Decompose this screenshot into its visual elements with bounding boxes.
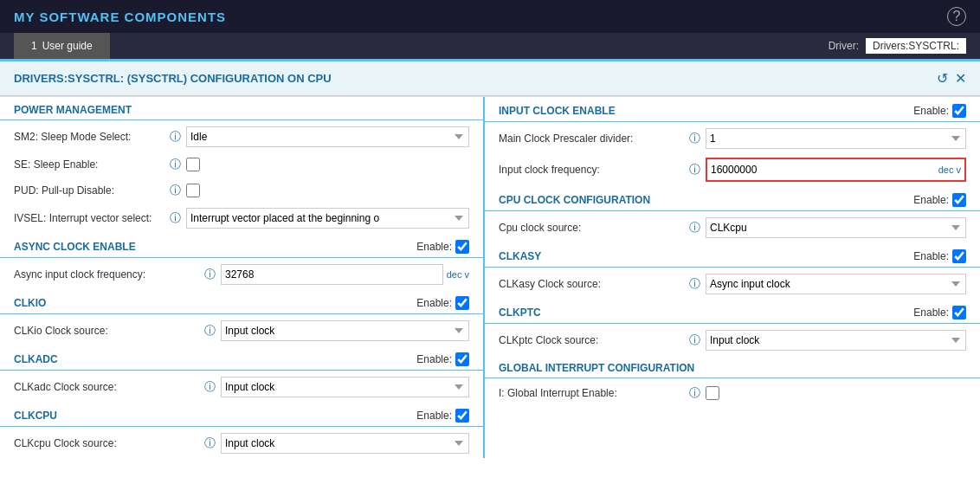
- section-clkadc: CLKADC Enable:: [0, 345, 483, 371]
- help-pud[interactable]: ⓘ: [170, 183, 181, 198]
- label-clkasy-source: CLKasy Clock source:: [499, 278, 689, 290]
- select-clkadc-source[interactable]: Input clock: [221, 377, 469, 397]
- row-cpu-clock-source: Cpu clock source: ⓘ CLKcpu: [485, 213, 980, 242]
- row-clkptc-source: CLKptc Clock source: ⓘ Input clock: [485, 326, 980, 355]
- enable-cpu-clock: Enable:: [913, 193, 966, 207]
- checkbox-clkadc-enable[interactable]: [455, 352, 469, 366]
- tab-bar: 1 User guide Driver: Drivers:SYSCTRL:: [0, 33, 980, 61]
- checkbox-input-clock-enable[interactable]: [952, 104, 966, 118]
- main-content: POWER MANAGEMENT SM2: Sleep Mode Select:…: [0, 96, 980, 458]
- row-clkadc-source: CLKadc Clock source: ⓘ Input clock: [0, 372, 483, 402]
- help-cpu-clock-source[interactable]: ⓘ: [689, 220, 700, 236]
- left-column: POWER MANAGEMENT SM2: Sleep Mode Select:…: [0, 97, 485, 458]
- label-global-interrupt: I: Global Interrupt Enable:: [499, 387, 689, 399]
- help-global-interrupt[interactable]: ⓘ: [689, 385, 700, 401]
- label-async-freq: Async input clock frequency:: [14, 268, 204, 281]
- section-clkio: CLKIO Enable:: [0, 289, 483, 314]
- refresh-button[interactable]: ↺: [937, 70, 948, 87]
- label-input-clock-freq: Input clock frequency:: [499, 164, 689, 176]
- page-title: DRIVERS:SYSCTRL: (SYSCTRL) CONFIGURATION…: [14, 72, 332, 85]
- checkbox-global-interrupt[interactable]: [706, 386, 719, 400]
- unit-async-freq: dec v: [447, 269, 469, 280]
- select-sm2[interactable]: Idle: [186, 126, 469, 147]
- input-async-freq[interactable]: [221, 264, 443, 285]
- select-main-prescaler[interactable]: 1: [706, 128, 966, 149]
- help-main-prescaler[interactable]: ⓘ: [689, 131, 700, 146]
- select-ivsel[interactable]: Interrupt vector placed at the beginning…: [186, 208, 469, 229]
- async-freq-input-group: dec v: [221, 264, 469, 285]
- right-column: INPUT CLOCK ENABLE Enable: Main Clock Pr…: [485, 97, 980, 458]
- help-input-clock-freq[interactable]: ⓘ: [689, 162, 700, 178]
- help-clkadc-source[interactable]: ⓘ: [204, 379, 216, 395]
- help-ivsel[interactable]: ⓘ: [170, 210, 181, 226]
- app-title: MY SOFTWARE COMPONENTS: [14, 10, 226, 24]
- help-clkio-source[interactable]: ⓘ: [204, 323, 216, 339]
- row-pud: PUD: Pull-up Disable: ⓘ: [0, 178, 483, 203]
- unit-input-clock-freq: dec v: [938, 165, 964, 175]
- select-clkasy-source[interactable]: Async input clock: [706, 274, 966, 294]
- enable-async-clock: Enable:: [416, 240, 469, 254]
- driver-value: Drivers:SYSCTRL:: [866, 38, 966, 54]
- help-async-freq[interactable]: ⓘ: [204, 267, 216, 282]
- row-async-freq: Async input clock frequency: ⓘ dec v: [0, 260, 483, 289]
- checkbox-pud[interactable]: [186, 184, 200, 197]
- label-sm2: SM2: Sleep Mode Select:: [14, 131, 170, 143]
- row-global-interrupt: I: Global Interrupt Enable: ⓘ: [485, 380, 980, 406]
- row-ivsel: IVSEL: Interrupt vector select: ⓘ Interr…: [0, 203, 483, 233]
- input-clock-freq-wrapper: dec v: [706, 158, 966, 182]
- section-power-management: POWER MANAGEMENT: [0, 97, 483, 120]
- help-clkasy-source[interactable]: ⓘ: [689, 276, 700, 292]
- checkbox-cpu-clock-enable[interactable]: [952, 193, 966, 207]
- select-clkcpu-source[interactable]: Input clock: [221, 433, 469, 454]
- page-header: DRIVERS:SYSCTRL: (SYSCTRL) CONFIGURATION…: [0, 61, 980, 96]
- help-clkptc-source[interactable]: ⓘ: [689, 332, 700, 348]
- enable-clkadc: Enable:: [416, 352, 469, 366]
- row-main-prescaler: Main Clock Prescaler divider: ⓘ 1: [485, 124, 980, 153]
- help-button[interactable]: ?: [947, 7, 966, 26]
- help-se[interactable]: ⓘ: [170, 157, 181, 172]
- label-ivsel: IVSEL: Interrupt vector select:: [14, 212, 170, 224]
- help-clkcpu-source[interactable]: ⓘ: [204, 436, 216, 451]
- checkbox-clkcpu-enable[interactable]: [455, 409, 469, 423]
- enable-clkasy: Enable:: [913, 249, 966, 263]
- top-bar: MY SOFTWARE COMPONENTS ?: [0, 0, 980, 33]
- row-clkcpu-source: CLKcpu Clock source: ⓘ Input clock: [0, 429, 483, 458]
- row-clkio-source: CLKio Clock source: ⓘ Input clock: [0, 316, 483, 345]
- label-clkadc-source: CLKadc Clock source:: [14, 381, 204, 393]
- select-cpu-clock-source[interactable]: CLKcpu: [706, 217, 966, 238]
- driver-label: Driver:: [828, 40, 859, 52]
- help-sm2[interactable]: ⓘ: [170, 129, 181, 145]
- tab-label: User guide: [42, 40, 93, 52]
- checkbox-clkio-enable[interactable]: [455, 296, 469, 310]
- label-pud: PUD: Pull-up Disable:: [14, 184, 170, 197]
- label-se: SE: Sleep Enable:: [14, 158, 170, 171]
- checkbox-se[interactable]: [186, 158, 200, 171]
- row-sm2: SM2: Sleep Mode Select: ⓘ Idle: [0, 122, 483, 152]
- select-clkptc-source[interactable]: Input clock: [706, 330, 966, 351]
- enable-clkptc: Enable:: [913, 306, 966, 320]
- row-se: SE: Sleep Enable: ⓘ: [0, 152, 483, 178]
- select-clkio-source[interactable]: Input clock: [221, 320, 469, 341]
- label-main-prescaler: Main Clock Prescaler divider:: [499, 132, 689, 145]
- label-clkcpu-source: CLKcpu Clock source:: [14, 437, 204, 449]
- section-clkasy: CLKASY Enable:: [485, 242, 980, 268]
- section-global-interrupt: GLOBAL INTERRUPT CONFIGURATION: [485, 355, 980, 378]
- label-clkptc-source: CLKptc Clock source:: [499, 334, 689, 346]
- tab-icon: 1: [31, 40, 37, 52]
- label-clkio-source: CLKio Clock source:: [14, 325, 204, 337]
- page-actions: ↺ ✕: [937, 70, 966, 87]
- section-async-clock: ASYNC CLOCK ENABLE Enable:: [0, 233, 483, 258]
- checkbox-clkasy-enable[interactable]: [952, 249, 966, 263]
- section-input-clock-enable: INPUT CLOCK ENABLE Enable:: [485, 97, 980, 122]
- row-clkasy-source: CLKasy Clock source: ⓘ Async input clock: [485, 269, 980, 299]
- label-cpu-clock-source: Cpu clock source:: [499, 222, 689, 234]
- driver-info: Driver: Drivers:SYSCTRL:: [828, 38, 966, 54]
- section-clkptc: CLKPTC Enable:: [485, 299, 980, 324]
- checkbox-clkptc-enable[interactable]: [952, 306, 966, 320]
- input-clock-freq[interactable]: [707, 159, 938, 180]
- checkbox-async-enable[interactable]: [455, 240, 469, 254]
- close-button[interactable]: ✕: [955, 70, 966, 87]
- tab-user-guide[interactable]: 1 User guide: [14, 33, 110, 59]
- enable-input-clock: Enable:: [913, 104, 966, 118]
- section-clkcpu: CLKCPU Enable:: [0, 402, 483, 427]
